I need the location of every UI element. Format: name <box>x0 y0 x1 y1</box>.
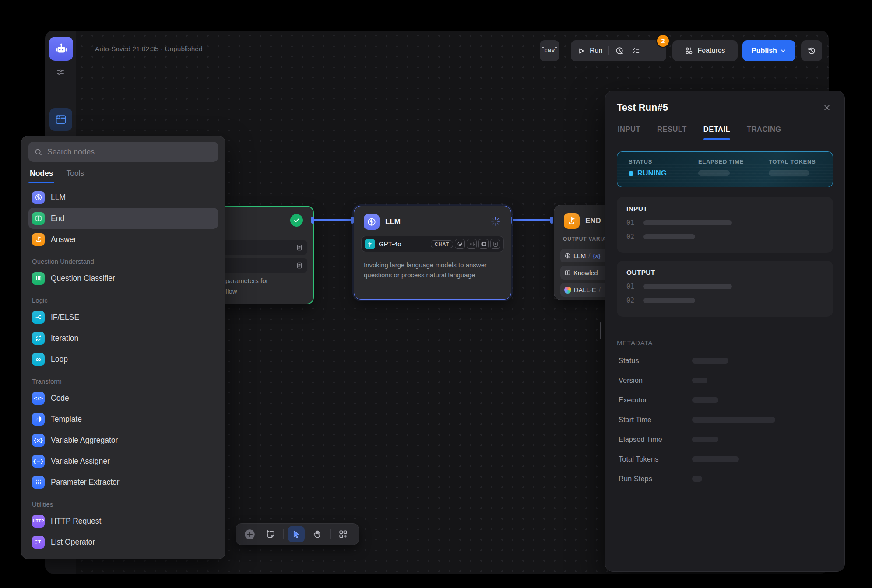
node-item-template[interactable]: Template <box>28 409 218 430</box>
output-row: 01 <box>626 283 823 290</box>
robot-icon <box>54 42 69 56</box>
metadata-divider <box>617 329 833 329</box>
answer-icon <box>32 233 45 246</box>
llm-input-handle[interactable] <box>351 217 354 224</box>
status-value: RUNING <box>629 169 698 178</box>
toolbar-divider <box>283 529 284 539</box>
preferences-icon[interactable] <box>56 68 65 77</box>
features-button[interactable]: Features <box>672 40 738 61</box>
close-icon[interactable] <box>821 102 833 114</box>
run-button[interactable]: Run <box>590 47 602 55</box>
node-list: LLM End Answer Question Understand Quest… <box>28 183 218 553</box>
node-item-if-else[interactable]: IF/ELSE <box>28 307 218 328</box>
app-logo[interactable] <box>49 37 73 61</box>
tab-result[interactable]: RESULT <box>657 125 687 140</box>
section-transform: Transform <box>32 378 218 385</box>
llm-node-title: LLM <box>385 217 401 226</box>
search-icon <box>34 148 42 156</box>
if-else-icon <box>32 311 45 324</box>
variable-assigner-icon: {=} <box>32 455 45 468</box>
iteration-icon <box>32 332 45 345</box>
elapsed-skeleton <box>698 170 730 176</box>
section-logic: Logic <box>32 297 218 304</box>
audio-capability-icon <box>467 239 477 249</box>
toolbar-divider <box>330 529 331 539</box>
test-run-panel: Test Run#5 INPUT RESULT DETAIL TRACING S… <box>605 91 845 572</box>
tab-detail[interactable]: DETAIL <box>703 125 730 140</box>
node-item-list-operator[interactable]: List Operator <box>28 532 218 553</box>
node-item-loop[interactable]: ∞ Loop <box>28 349 218 370</box>
tab-input[interactable]: INPUT <box>618 125 640 140</box>
chat-mode-badge: CHAT <box>431 240 453 248</box>
checklist-icon[interactable] <box>631 46 640 56</box>
tab-nodes[interactable]: Nodes <box>30 169 53 183</box>
node-item-question-classifier[interactable]: Question Classifier <box>28 268 218 289</box>
node-item-http-request[interactable]: HTTP HTTP Request <box>28 511 218 532</box>
play-icon <box>577 47 585 55</box>
vision-capability-icon <box>455 239 465 249</box>
add-node-button[interactable] <box>241 526 258 542</box>
success-check-icon <box>290 214 303 227</box>
run-panel-tabs: INPUT RESULT DETAIL TRACING <box>617 125 833 140</box>
variable-aggregator-icon: {x} <box>32 434 45 447</box>
start-output-handle[interactable] <box>311 217 314 224</box>
model-name: GPT-4o <box>379 240 401 248</box>
document-icon <box>296 244 303 251</box>
end-input-handle[interactable] <box>550 217 553 224</box>
metadata-skeleton <box>692 417 775 423</box>
node-item-parameter-extractor[interactable]: Parameter Extractor <box>28 472 218 493</box>
node-item-llm[interactable]: LLM <box>28 187 218 208</box>
code-icon: </> <box>32 392 45 405</box>
pointer-mode-button[interactable] <box>288 526 305 542</box>
http-request-icon: HTTP <box>32 515 45 528</box>
edge-start-to-llm <box>314 219 353 220</box>
panel-resize-handle[interactable] <box>600 322 601 340</box>
run-history-icon[interactable] <box>615 46 624 56</box>
tab-tracing[interactable]: TRACING <box>747 125 781 140</box>
metadata-skeleton <box>692 378 707 383</box>
node-item-answer[interactable]: Answer <box>28 229 218 250</box>
node-item-variable-aggregator[interactable]: {x} Variable Aggregator <box>28 430 218 451</box>
node-item-variable-assigner[interactable]: {=} Variable Assigner <box>28 451 218 472</box>
node-item-iteration[interactable]: Iteration <box>28 328 218 349</box>
search-input[interactable] <box>46 147 212 157</box>
node-item-end[interactable]: End <box>28 208 218 229</box>
list-operator-icon <box>32 536 45 549</box>
organize-nodes-button[interactable] <box>335 526 352 542</box>
run-button-group: Run <box>571 40 666 61</box>
version-history-button[interactable] <box>801 40 822 61</box>
llm-node[interactable]: LLM GPT-4o CHAT <box>354 206 511 300</box>
document-icon <box>296 262 303 269</box>
total-tokens-label: TOTAL TOKENS <box>769 158 833 165</box>
edge-llm-to-end <box>513 219 553 220</box>
output-skeleton <box>643 298 695 303</box>
palette-tabs: Nodes Tools <box>28 169 218 183</box>
workflow-tool-button[interactable] <box>49 108 72 131</box>
question-classifier-icon <box>32 272 45 285</box>
search-box <box>28 142 218 162</box>
loop-icon: ∞ <box>32 353 45 366</box>
publish-button[interactable]: Publish <box>742 40 795 61</box>
chevron-down-icon <box>780 48 786 54</box>
output-skeleton <box>643 284 732 289</box>
tab-tools[interactable]: Tools <box>66 169 84 183</box>
metadata-title: METADATA <box>617 339 833 346</box>
input-card: INPUT 01 02 <box>617 197 833 253</box>
canvas-toolbar <box>236 523 359 545</box>
parameter-extractor-icon <box>32 476 45 489</box>
hand-mode-button[interactable] <box>309 526 326 542</box>
metadata-skeleton <box>692 476 702 482</box>
node-item-code[interactable]: </> Code <box>28 388 218 409</box>
llm-icon <box>32 191 45 204</box>
status-label: STATUS <box>629 158 698 165</box>
start-node-description: parameters for flow <box>225 276 309 297</box>
add-note-button[interactable] <box>262 526 279 542</box>
end-icon <box>32 212 45 225</box>
input-skeleton <box>643 220 732 225</box>
end-flag-icon <box>564 213 580 229</box>
model-selector[interactable]: GPT-4o CHAT <box>361 236 504 252</box>
env-button[interactable]: ENV <box>540 40 559 61</box>
knowledge-book-icon <box>564 270 571 276</box>
input-row: 02 <box>626 233 823 241</box>
metadata-rows: Status Version Executor Start Time Elaps… <box>617 351 833 489</box>
